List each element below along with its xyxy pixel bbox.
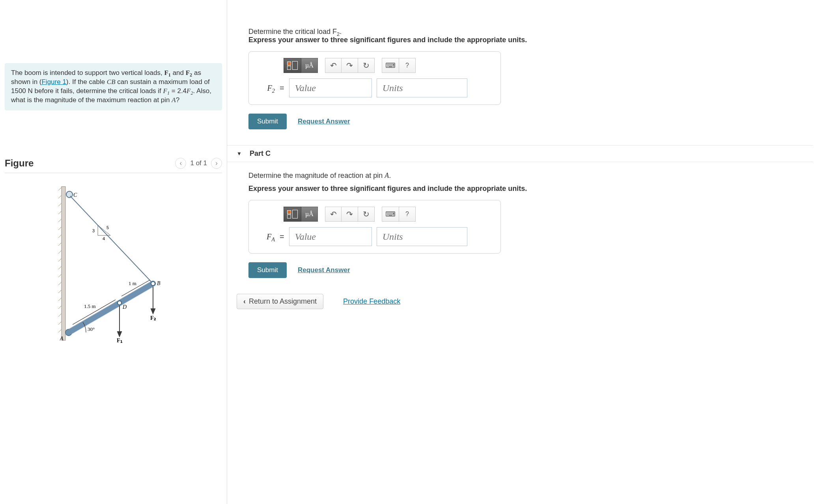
partb-variable-label: F2: [256, 84, 275, 93]
svg-line-6: [58, 227, 62, 230]
svg-text:3: 3: [92, 228, 95, 233]
partc-answer-box: µÅ ↶ ↷ ↻ ⌨ ? FA =: [248, 200, 501, 254]
undo-button[interactable]: ↶: [325, 207, 342, 222]
reset-button[interactable]: ↻: [358, 58, 375, 73]
svg-text:1.5 m: 1.5 m: [84, 303, 96, 309]
svg-line-7: [58, 235, 62, 238]
svg-line-3: [58, 203, 62, 206]
partb-instruction: Express your answer to three significant…: [227, 36, 813, 44]
figure-next-button[interactable]: ›: [211, 158, 222, 169]
svg-line-17: [58, 314, 62, 317]
template-icon: [287, 61, 298, 70]
undo-icon: ↶: [330, 61, 337, 70]
redo-button[interactable]: ↷: [342, 58, 358, 73]
redo-icon: ↷: [346, 61, 353, 70]
partc-instruction: Express your answer to three significant…: [227, 185, 813, 193]
partb-request-answer-link[interactable]: Request Answer: [298, 118, 350, 125]
svg-line-30: [70, 196, 151, 282]
redo-button[interactable]: ↷: [342, 207, 358, 222]
svg-marker-43: [151, 309, 155, 314]
svg-line-25: [69, 284, 153, 332]
help-button[interactable]: ?: [399, 58, 416, 73]
return-to-assignment-button[interactable]: ‹ Return to Assignment: [237, 294, 323, 309]
svg-point-20: [66, 191, 73, 198]
greek-button[interactable]: µÅ: [301, 207, 318, 222]
help-button[interactable]: ?: [399, 207, 416, 222]
figure-title: Figure: [5, 158, 34, 169]
keyboard-button[interactable]: ⌨: [382, 207, 399, 222]
partb-value-input[interactable]: [289, 78, 372, 97]
partb-submit-button[interactable]: Submit: [248, 114, 287, 129]
mu-a-icon: µÅ: [305, 62, 314, 69]
partc-submit-button[interactable]: Submit: [248, 262, 287, 278]
reset-icon: ↻: [363, 209, 370, 219]
svg-text:B: B: [157, 280, 161, 286]
partc-value-input[interactable]: [289, 227, 372, 246]
help-icon: ?: [405, 211, 409, 218]
partb-units-input[interactable]: [377, 78, 467, 97]
partc-units-input[interactable]: [377, 227, 467, 246]
partb-prompt: Determine the critical load F2.: [248, 28, 813, 36]
undo-button[interactable]: ↶: [325, 58, 342, 73]
chevron-right-icon: ›: [215, 159, 218, 167]
svg-text:D: D: [122, 304, 127, 310]
svg-line-14: [58, 290, 62, 293]
redo-icon: ↷: [346, 209, 353, 219]
svg-line-9: [58, 250, 62, 254]
partc-request-answer-link[interactable]: Request Answer: [298, 266, 350, 274]
greek-button[interactable]: µÅ: [301, 58, 318, 73]
svg-line-1: [58, 187, 62, 190]
partc-variable-label: FA: [256, 232, 275, 241]
svg-line-2: [58, 195, 62, 198]
svg-text:30°: 30°: [88, 326, 95, 332]
template-button[interactable]: [284, 58, 301, 73]
return-label: Return to Assignment: [249, 297, 317, 306]
chevron-left-icon: ‹: [180, 159, 182, 167]
reset-button[interactable]: ↻: [358, 207, 375, 222]
svg-text:F₁: F₁: [117, 338, 123, 343]
svg-line-11: [58, 266, 62, 269]
svg-text:A: A: [60, 336, 63, 342]
svg-line-19: [58, 329, 62, 332]
reset-icon: ↻: [363, 61, 370, 70]
svg-rect-0: [62, 187, 65, 340]
figure-link[interactable]: Figure 1: [41, 78, 66, 86]
svg-line-12: [58, 274, 62, 277]
svg-line-5: [58, 219, 62, 222]
svg-text:F₂: F₂: [150, 315, 156, 321]
svg-line-8: [58, 243, 62, 246]
svg-line-4: [58, 211, 62, 214]
partc-header[interactable]: ▼ Part C: [227, 145, 813, 162]
mu-a-icon: µÅ: [305, 211, 314, 218]
svg-text:4: 4: [103, 236, 105, 241]
template-button[interactable]: [284, 207, 301, 222]
svg-point-26: [118, 301, 121, 305]
svg-line-18: [58, 321, 62, 325]
svg-text:1 m: 1 m: [129, 280, 136, 286]
keyboard-icon: ⌨: [385, 61, 396, 70]
partc-prompt: Determine the magnitude of reaction at p…: [227, 172, 813, 180]
svg-marker-40: [118, 332, 121, 336]
template-icon: [287, 210, 298, 218]
partb-answer-box: µÅ ↶ ↷ ↻ ⌨ ? F2 =: [248, 51, 501, 105]
svg-line-15: [58, 298, 62, 301]
svg-line-16: [58, 306, 62, 309]
svg-line-10: [58, 258, 62, 261]
keyboard-icon: ⌨: [385, 210, 396, 218]
figure-pager-text: 1 of 1: [190, 159, 207, 167]
figure-prev-button[interactable]: ‹: [175, 158, 186, 169]
help-icon: ?: [405, 62, 409, 69]
svg-text:C: C: [73, 192, 77, 198]
undo-icon: ↶: [330, 209, 337, 219]
problem-statement: The boom is intended to support two vert…: [5, 63, 222, 110]
svg-text:5: 5: [106, 225, 109, 230]
svg-line-13: [58, 282, 62, 285]
svg-point-28: [151, 282, 155, 286]
keyboard-button[interactable]: ⌨: [382, 58, 399, 73]
partc-title: Part C: [250, 149, 271, 158]
chevron-left-icon: ‹: [243, 297, 246, 306]
provide-feedback-link[interactable]: Provide Feedback: [343, 297, 400, 306]
figure-diagram: C A D B: [5, 183, 222, 348]
chevron-down-icon: ▼: [237, 151, 242, 157]
